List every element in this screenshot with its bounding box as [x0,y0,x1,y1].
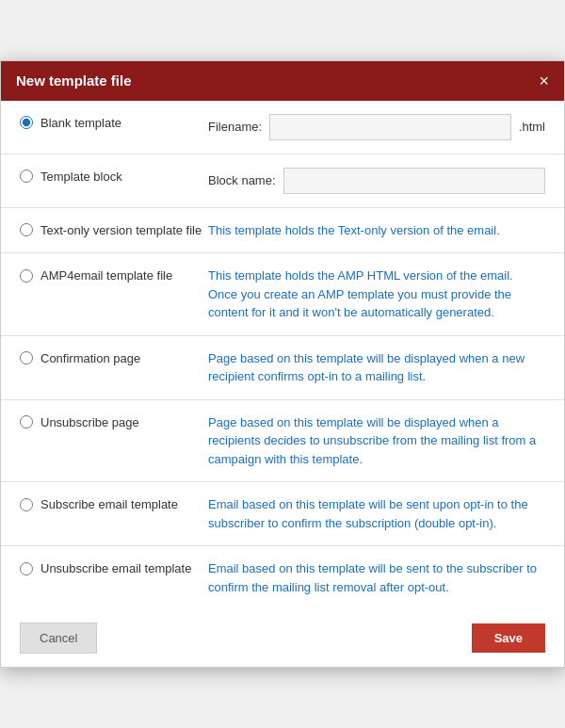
option-row-block: Template block Block name: [1,154,564,208]
blockname-input[interactable] [283,168,545,194]
option-right-unsubscribe: Page based on this template will be disp… [208,413,545,469]
option-label-unsubscribe-email[interactable]: Unsubscribe email template [20,561,191,575]
new-template-dialog: New template file × Blank template Filen… [0,60,565,669]
option-row-confirmation: Confirmation page Page based on this tem… [1,336,564,400]
filename-input[interactable] [269,114,511,140]
option-right-blank: Filename: .html [208,114,545,140]
option-left-unsubscribe-email: Unsubscribe email template [20,559,208,575]
radio-textonly[interactable] [20,223,33,236]
option-left-unsubscribe: Unsubscribe page [20,413,208,429]
radio-subscribe-email[interactable] [20,498,33,511]
option-left-blank: Blank template [20,114,208,130]
filename-label: Filename: [208,118,262,137]
option-text-confirmation: Confirmation page [40,351,140,365]
radio-block[interactable] [20,170,33,183]
dialog-header: New template file × [1,61,564,101]
option-right-subscribe-email: Email based on this template will be sen… [208,495,545,532]
radio-unsubscribe[interactable] [20,415,33,429]
dialog-body: Blank template Filename: .html Template … [1,101,564,610]
option-label-block[interactable]: Template block [20,170,122,184]
option-label-unsubscribe[interactable]: Unsubscribe page [20,415,139,429]
option-label-textonly[interactable]: Text-only version template file [20,223,202,237]
option-row-subscribe-email: Subscribe email template Email based on … [1,482,564,546]
cancel-button[interactable]: Cancel [20,623,97,654]
option-left-amp4email: AMP4email template file [20,267,208,283]
option-row-textonly: Text-only version template file This tem… [1,208,564,254]
option-text-unsubscribe-email: Unsubscribe email template [40,561,191,575]
save-button[interactable]: Save [472,623,545,653]
radio-confirmation[interactable] [20,351,33,364]
option-label-amp4email[interactable]: AMP4email template file [20,268,172,283]
option-left-subscribe-email: Subscribe email template [20,495,208,511]
option-left-block: Template block [20,168,208,184]
option-label-confirmation[interactable]: Confirmation page [20,351,140,365]
option-right-block: Block name: [208,168,545,194]
dialog-footer: Cancel Save [1,609,564,667]
option-label-blank[interactable]: Blank template [20,116,121,130]
option-text-blank: Blank template [40,116,121,130]
option-text-subscribe-email: Subscribe email template [40,497,178,511]
option-label-subscribe-email[interactable]: Subscribe email template [20,497,178,511]
option-right-unsubscribe-email: Email based on this template will be sen… [208,559,545,596]
option-text-textonly: Text-only version template file [40,223,202,237]
option-text-block: Template block [40,170,122,184]
option-right-confirmation: Page based on this template will be disp… [208,349,545,386]
option-row-blank: Blank template Filename: .html [1,101,564,154]
option-right-textonly: This template holds the Text-only versio… [208,221,545,240]
option-row-unsubscribe-email: Unsubscribe email template Email based o… [1,546,564,609]
dialog-title: New template file [16,73,132,89]
option-text-amp4email: AMP4email template file [40,268,172,283]
option-text-unsubscribe: Unsubscribe page [40,415,139,429]
filename-suffix: .html [519,118,545,137]
option-row-unsubscribe: Unsubscribe page Page based on this temp… [1,400,564,483]
option-left-confirmation: Confirmation page [20,349,208,365]
option-left-textonly: Text-only version template file [20,221,208,237]
radio-unsubscribe-email[interactable] [20,562,33,575]
close-button[interactable]: × [539,73,549,89]
radio-amp4email[interactable] [20,269,33,283]
option-row-amp4email: AMP4email template file This template ho… [1,253,564,336]
blockname-label: Block name: [208,171,276,190]
radio-blank[interactable] [20,116,33,129]
option-right-amp4email: This template holds the AMP HTML version… [208,267,545,322]
